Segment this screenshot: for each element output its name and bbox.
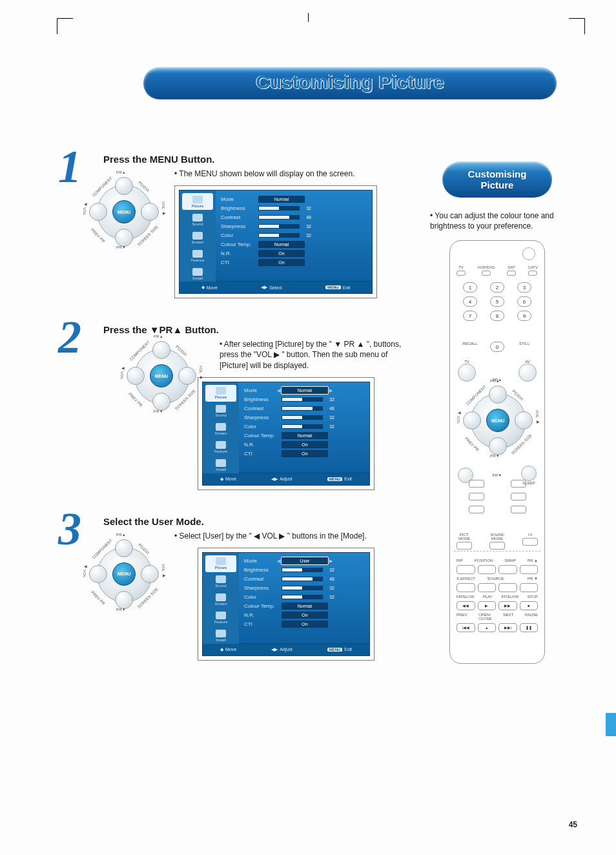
osd-label: Colour Temp. bbox=[221, 242, 258, 247]
step-text: • Select [User] by the " ◀ VOL ▶ " butto… bbox=[174, 531, 407, 541]
osd-slider bbox=[258, 215, 300, 220]
pict-mode-label: PICT. MODE bbox=[457, 533, 472, 550]
minor-button bbox=[469, 493, 484, 500]
osd-row: Mode◀Normal▶ bbox=[244, 386, 364, 395]
osd-tab-sound: Sound bbox=[205, 573, 236, 590]
step-heading: Press the ▼PR▲ Button. bbox=[103, 324, 407, 335]
osd-label: Brightness bbox=[244, 397, 282, 402]
sidebar-heading-pill: Customising Picture bbox=[442, 161, 552, 198]
thumb-index-tab bbox=[606, 713, 616, 736]
source-label: TV bbox=[457, 265, 466, 276]
dpad-label: ◀ VOL bbox=[83, 201, 87, 216]
osd-slider bbox=[282, 577, 323, 581]
sound-mode-label: SOUND MODE bbox=[489, 533, 505, 550]
transport-button: ▶▶| bbox=[498, 623, 517, 632]
osd-slider bbox=[282, 415, 323, 420]
osd-row: CTIOn bbox=[244, 449, 364, 458]
dpad-right bbox=[141, 203, 159, 221]
page-title-banner: Customising Picture bbox=[143, 67, 557, 99]
lower-button bbox=[457, 565, 475, 574]
transport-label: PLAY bbox=[483, 595, 493, 599]
aux-row: RECALL0STILL bbox=[462, 342, 533, 356]
osd-row: Sharpness32 bbox=[221, 221, 367, 231]
osd-tab-install: Install bbox=[205, 457, 236, 474]
source-label: SAT bbox=[507, 265, 516, 276]
osd-row: CTIOn bbox=[221, 258, 367, 267]
transport-label: PREV bbox=[457, 613, 467, 621]
osd-value: 32 bbox=[302, 206, 311, 211]
dpad-up bbox=[152, 341, 170, 359]
step-2: 2Press the ▼PR▲ Button.• After selecting… bbox=[58, 324, 407, 490]
dpad-label: PR▲ bbox=[116, 170, 126, 174]
transport-button: ❚❚ bbox=[520, 623, 539, 632]
dpad-label: VOL ▶ bbox=[199, 366, 203, 379]
dpad-left bbox=[127, 367, 145, 385]
osd-row: Contrast48 bbox=[221, 212, 367, 221]
osd-screenshot: PictureSoundScreenFeatureInstallMode◀Nor… bbox=[198, 377, 375, 490]
osd-value-pill: On bbox=[258, 250, 305, 257]
osd-value: 48 bbox=[325, 577, 334, 581]
osd-row: Brightness32 bbox=[244, 566, 364, 575]
osd-label: Sharpness bbox=[221, 223, 258, 229]
osd-value-pill: Normal bbox=[282, 432, 328, 439]
number-key: 9 bbox=[517, 311, 531, 321]
transport-label: NEXT bbox=[503, 613, 513, 621]
dpad-label: PR▼ bbox=[116, 245, 126, 249]
osd-tab-install: Install bbox=[205, 628, 236, 644]
osd-row: Colour Temp.Normal bbox=[221, 240, 367, 249]
dpad-menu-button: MENU bbox=[112, 562, 136, 586]
dpad-label: PR▼ bbox=[490, 454, 500, 458]
source-label: VCR/DVD bbox=[477, 265, 495, 276]
lower-label: PR ▼ bbox=[528, 577, 538, 581]
remote-lower: PIPPOSITIONSWAPPR ▲S.EFFECTSOURCEPR ▼FR/… bbox=[457, 559, 538, 635]
osd-value: 32 bbox=[325, 595, 334, 599]
osd-tab-screen: Screen bbox=[205, 421, 236, 438]
osd-label: Brightness bbox=[244, 567, 282, 573]
osd-row: CTIOn bbox=[244, 620, 364, 629]
page-number: 45 bbox=[569, 820, 577, 829]
osd-value-pill: ◀User▶ bbox=[282, 557, 328, 564]
transport-button: ▲ bbox=[478, 623, 497, 632]
crop-mark bbox=[569, 18, 585, 34]
dpad-down bbox=[152, 393, 170, 411]
osd-tab-sound: Sound bbox=[182, 211, 213, 228]
still-label: STILL bbox=[519, 342, 529, 356]
dpad-left bbox=[89, 565, 107, 583]
osd-tab-sound: Sound bbox=[205, 403, 236, 420]
dpad-label: ◀ VOL bbox=[120, 366, 125, 380]
osd-label: Contrast bbox=[221, 214, 258, 220]
lower-label: PIP bbox=[457, 559, 463, 562]
step-number: 2 bbox=[58, 316, 81, 358]
osd-tab-screen: Screen bbox=[182, 229, 213, 246]
pr-down-label: PR▼ bbox=[493, 473, 502, 477]
osd-value: 32 bbox=[325, 415, 334, 420]
transport-label: STOP bbox=[528, 595, 538, 599]
dpad-label: PR▲ bbox=[154, 335, 163, 338]
dpad-illustration: MENUPR▲PR▼COMPONENTPC/DVIPREV PRSCREEN S… bbox=[459, 382, 537, 459]
dpad-up bbox=[115, 177, 133, 195]
step-1: 1Press the MENU Button.• The MENU shown … bbox=[58, 154, 407, 298]
sidebar-intro: • You can adjust the colour tone and bri… bbox=[430, 211, 566, 231]
transport-label: FF/SLOW bbox=[501, 595, 518, 599]
osd-screenshot: PictureSoundScreenFeatureInstallModeNorm… bbox=[174, 185, 377, 298]
step-number: 1 bbox=[58, 146, 81, 188]
osd-value: 32 bbox=[325, 424, 334, 429]
osd-tab-feature: Feature bbox=[205, 439, 236, 456]
osd-label: Sharpness bbox=[244, 415, 282, 420]
osd-label: N.R. bbox=[244, 612, 282, 618]
number-key: 5 bbox=[490, 296, 504, 307]
lower-label: PR ▲ bbox=[528, 559, 538, 562]
transport-label: FR/SLOW bbox=[457, 595, 474, 599]
dpad-label: PR▼ bbox=[154, 409, 163, 413]
lower-button bbox=[478, 565, 497, 574]
osd-footer: ◆Move◀▶AdjustMENUExit bbox=[203, 643, 369, 655]
osd-value: 32 bbox=[325, 586, 334, 590]
tv-av-row: TVPR▲AV bbox=[458, 360, 537, 382]
dpad-label: PR▲ bbox=[490, 379, 500, 383]
sleep-button-icon bbox=[521, 466, 537, 481]
mode-row: PICT. MODESOUND MODEI·II bbox=[457, 533, 538, 550]
osd-value-pill: On bbox=[282, 450, 328, 457]
osd-label: Mode bbox=[244, 558, 282, 564]
osd-slider bbox=[258, 224, 300, 229]
osd-slider bbox=[282, 424, 323, 429]
